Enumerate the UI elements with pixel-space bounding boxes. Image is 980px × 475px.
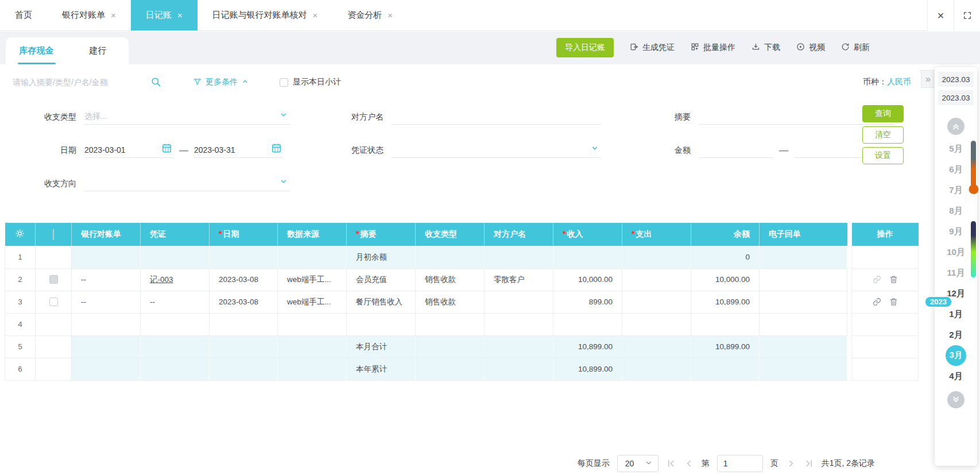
voucher-status-select[interactable] xyxy=(392,142,601,158)
currency-value[interactable]: 人民币 xyxy=(887,77,911,86)
video-button[interactable]: 视频 xyxy=(796,43,825,53)
row-checkbox-cell xyxy=(36,246,72,268)
calendar-icon[interactable] xyxy=(161,142,172,155)
month-label: 8月 xyxy=(949,206,962,217)
month-label: 4月 xyxy=(949,371,962,382)
cell-summary: 餐厅销售收入 xyxy=(347,291,416,313)
operations-cell xyxy=(852,246,919,268)
trash-icon[interactable] xyxy=(889,298,898,306)
scroll-up-icon[interactable] xyxy=(947,118,964,135)
period-box-current[interactable]: 2023.03 xyxy=(938,90,974,105)
scroll-down-icon[interactable] xyxy=(947,391,964,408)
search-input[interactable] xyxy=(13,74,148,91)
date-from-input[interactable]: 2023-03-01 xyxy=(84,142,173,158)
top-tab[interactable]: 首页 xyxy=(0,0,47,30)
cell-summary: 本年累计 xyxy=(347,358,416,380)
cell-balance xyxy=(691,313,760,335)
link-icon[interactable] xyxy=(873,298,881,306)
column-header: 对方户名 xyxy=(485,223,553,246)
account-tab[interactable]: 建行 xyxy=(67,37,129,64)
tab-close-icon[interactable]: × xyxy=(388,11,393,20)
per-page-select[interactable]: 20 xyxy=(617,455,659,472)
type-placeholder: 选择... xyxy=(84,111,107,122)
first-page-icon[interactable] xyxy=(666,458,676,469)
month-item[interactable]: 4月 xyxy=(935,366,977,387)
column-header: 余额 xyxy=(691,223,760,246)
chevron-down-icon xyxy=(280,111,288,121)
month-item[interactable]: 3月 xyxy=(935,345,977,366)
checkbox-icon xyxy=(280,78,288,87)
select-all-checkbox[interactable] xyxy=(36,223,72,246)
top-tab[interactable]: 资金分析× xyxy=(332,0,408,30)
period-box[interactable]: 2023.03 xyxy=(938,72,974,87)
query-button[interactable]: 查询 xyxy=(862,105,904,122)
top-tab[interactable]: 银行对账单× xyxy=(47,0,131,30)
link-icon[interactable] xyxy=(873,275,881,284)
month-label: 5月 xyxy=(949,144,962,155)
more-filters-toggle[interactable]: 更多条件 xyxy=(193,77,249,87)
column-settings-gear-icon[interactable] xyxy=(5,223,36,246)
top-tab[interactable]: 日记账× xyxy=(131,0,197,30)
tab-close-icon[interactable]: × xyxy=(313,11,318,20)
thermometer-orange-icon xyxy=(971,141,976,187)
type-select[interactable]: 选择... xyxy=(84,109,290,125)
show-daily-subtotal-checkbox[interactable]: 显示本日小计 xyxy=(280,77,341,87)
row-checkbox-cell xyxy=(36,313,72,335)
close-tabs-button[interactable]: × xyxy=(927,0,954,31)
direction-select[interactable] xyxy=(84,176,290,191)
batch-operations-button[interactable]: 批量操作 xyxy=(691,43,735,53)
app-root: 首页银行对账单×日记账×日记账与银行对账单核对×资金分析× × 库存现金建行 导… xyxy=(0,0,980,475)
cell-expense xyxy=(622,335,691,358)
settings-button[interactable]: 设置 xyxy=(862,147,904,164)
toolbar: 导入日记账 生成凭证 批量操作 xyxy=(556,38,870,57)
tab-close-icon[interactable]: × xyxy=(111,11,116,20)
voucher-link[interactable]: 记-003 xyxy=(150,275,173,284)
month-item[interactable]: 2月 xyxy=(935,325,977,345)
operations-header: 操作 xyxy=(852,223,919,246)
column-header: *摘要 xyxy=(347,223,416,246)
refresh-button[interactable]: 刷新 xyxy=(841,43,870,53)
required-asterisk: * xyxy=(356,229,359,238)
operations-cell xyxy=(852,335,919,358)
cell-expense xyxy=(622,268,691,291)
download-icon xyxy=(752,43,760,53)
month-item[interactable]: 8月 xyxy=(935,200,977,221)
row-number: 2 xyxy=(5,268,36,291)
counterparty-input[interactable] xyxy=(392,109,601,125)
currency-selector: 币种：人民币 xyxy=(863,77,911,87)
generate-voucher-button[interactable]: 生成凭证 xyxy=(630,43,675,53)
journal-content: 更多条件 显示本日小计 币种：人民币 收支类型 选择... 对方户名 xyxy=(0,64,980,475)
fullscreen-icon[interactable] xyxy=(954,0,980,31)
calendar-icon[interactable] xyxy=(271,142,282,155)
account-tab-label: 库存现金 xyxy=(20,45,54,56)
summary-label: 摘要 xyxy=(650,109,691,125)
search-icon[interactable] xyxy=(150,76,161,90)
tab-close-icon[interactable]: × xyxy=(177,11,183,20)
next-page-icon[interactable] xyxy=(786,458,796,469)
last-page-icon[interactable] xyxy=(804,458,814,469)
top-tab-bar: 首页银行对账单×日记账×日记账与银行对账单核对×资金分析× × xyxy=(0,0,980,31)
date-to-input[interactable]: 2023-03-31 xyxy=(194,142,283,158)
table-row: 1月初余额0 xyxy=(5,246,847,268)
row-checkbox[interactable] xyxy=(49,275,58,284)
clear-button[interactable]: 清空 xyxy=(862,126,904,144)
account-tab[interactable]: 库存现金 xyxy=(6,37,67,64)
import-journal-button[interactable]: 导入日记账 xyxy=(556,38,614,57)
column-header: *收入 xyxy=(553,223,622,246)
download-button[interactable]: 下载 xyxy=(752,43,780,53)
table-row: 3----2023-03-08web端手工...餐厅销售收入销售收款899.00… xyxy=(5,291,847,313)
collapse-panel-button[interactable]: » xyxy=(921,70,935,88)
refresh-label: 刷新 xyxy=(854,43,870,53)
amount-max-input[interactable] xyxy=(794,142,863,158)
per-page-label: 每页显示 xyxy=(578,458,610,469)
per-page-value: 20 xyxy=(625,459,634,468)
cell-summary: 本月合计 xyxy=(347,335,416,358)
page-number-input[interactable] xyxy=(717,455,763,472)
trash-icon[interactable] xyxy=(889,275,898,284)
filter-voucher-status: 凭证状态 xyxy=(343,142,601,158)
top-tab[interactable]: 日记账与银行对账单核对× xyxy=(197,0,333,30)
prev-page-icon[interactable] xyxy=(684,458,694,469)
row-checkbox[interactable] xyxy=(49,298,58,306)
row-number: 5 xyxy=(5,335,36,358)
amount-min-input[interactable] xyxy=(699,142,773,158)
